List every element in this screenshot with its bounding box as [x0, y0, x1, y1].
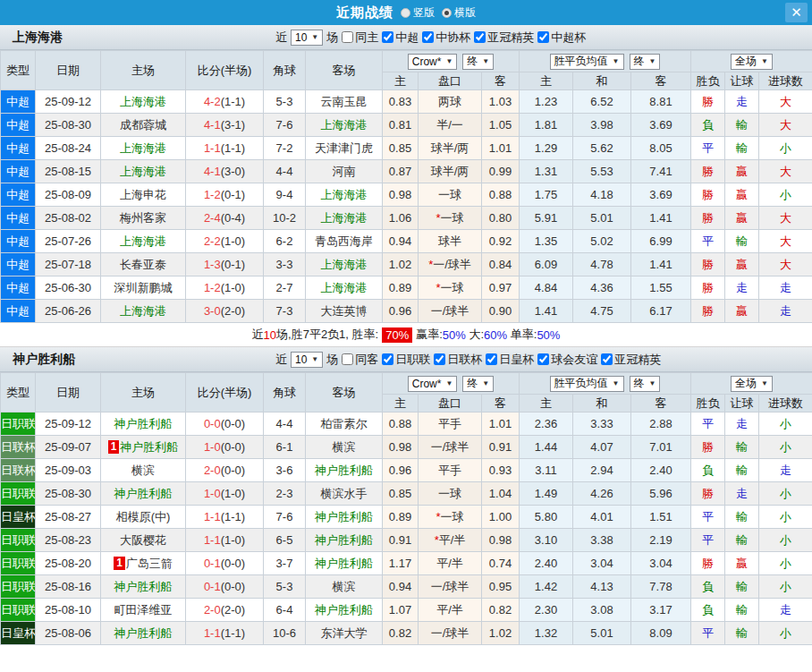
- home-team[interactable]: 深圳新鹏城: [101, 276, 186, 300]
- score: 2-4(0-4): [186, 207, 264, 230]
- match-row: 日职联25-08-30神户胜利船1-0(1-0)2-3横滨水手0.85一球1.0…: [1, 482, 812, 506]
- away-team[interactable]: 神户胜利船: [306, 459, 383, 482]
- away-team[interactable]: 神户胜利船: [306, 552, 383, 575]
- home-team[interactable]: 成都蓉城: [101, 114, 186, 137]
- home-team[interactable]: 梅州客家: [101, 207, 186, 230]
- odds-final-select[interactable]: 终▼: [462, 376, 494, 392]
- home-team[interactable]: 上海海港: [101, 137, 186, 160]
- home-team[interactable]: 大阪樱花: [101, 529, 186, 552]
- away-team[interactable]: 横滨: [306, 436, 383, 459]
- away-team[interactable]: 大连英博: [306, 300, 383, 323]
- checkbox-icon[interactable]: [382, 31, 393, 43]
- radio-icon-selected[interactable]: [442, 8, 452, 18]
- radio-icon[interactable]: [401, 8, 410, 18]
- summary-text: 50%: [443, 328, 466, 342]
- home-team[interactable]: 神户胜利船: [101, 622, 186, 645]
- match-date: 25-08-24: [36, 137, 101, 160]
- home-team[interactable]: 神户胜利船: [101, 413, 186, 436]
- home-team[interactable]: 上海海港: [101, 160, 186, 183]
- checkbox-icon[interactable]: [342, 31, 353, 43]
- filter-checkbox-中协杯[interactable]: 中协杯: [422, 30, 470, 46]
- checkbox-icon[interactable]: [434, 353, 445, 365]
- checkbox-icon[interactable]: [422, 31, 434, 43]
- home-team[interactable]: 上海申花: [101, 183, 186, 207]
- competition-type: 日职联: [1, 599, 36, 622]
- away-team[interactable]: 神户胜利船: [306, 506, 383, 529]
- scope-select[interactable]: 全场▼: [731, 54, 773, 70]
- home-team[interactable]: 横滨: [101, 459, 186, 482]
- summary-text: 赢率:: [416, 327, 443, 343]
- avg-final-select[interactable]: 终▼: [630, 376, 661, 392]
- home-team[interactable]: 上海海港: [101, 230, 186, 253]
- goals-result: 大: [759, 230, 812, 253]
- checkbox-icon[interactable]: [537, 31, 549, 43]
- home-team[interactable]: 长春亚泰: [101, 253, 186, 276]
- home-team[interactable]: 相模原(中): [101, 506, 186, 529]
- away-team[interactable]: 横滨: [306, 575, 383, 599]
- filter-checkbox-label: 同主: [355, 30, 378, 46]
- goals-result: 小: [759, 137, 812, 160]
- home-team-name: 上海申花: [120, 188, 166, 201]
- away-team[interactable]: 上海海港: [306, 276, 383, 300]
- view-option-vertical[interactable]: 竖版: [401, 5, 435, 21]
- odds-final-select[interactable]: 终▼: [462, 54, 494, 70]
- col-corners: 角球: [264, 373, 306, 413]
- match-date: 25-08-20: [36, 552, 101, 575]
- match-count-select[interactable]: 10▼: [291, 30, 323, 46]
- match-row: 日职联25-08-16神户胜利船0-1(0-0)5-3横滨0.94一/球半0.9…: [1, 575, 812, 599]
- checkbox-icon[interactable]: [486, 353, 497, 365]
- away-team[interactable]: 上海海港: [306, 207, 383, 230]
- home-team[interactable]: 町田泽维亚: [101, 599, 186, 622]
- filter-checkbox-同客[interactable]: 同客: [342, 352, 378, 368]
- avg-select[interactable]: 胜平负均值▼: [550, 54, 624, 70]
- away-team[interactable]: 神户胜利船: [306, 599, 383, 622]
- match-row: 日职联25-09-12神户胜利船0-0(0-0)4-4柏雷素尔0.88平手1.0…: [1, 413, 812, 436]
- corners: 4-4: [264, 160, 306, 183]
- home-team[interactable]: 上海海港: [101, 300, 186, 323]
- away-team[interactable]: 东洋大学: [306, 622, 383, 645]
- sub-avg-draw: 和: [573, 72, 631, 90]
- home-team[interactable]: 1神户胜利船: [101, 436, 186, 459]
- goals-result: 小: [759, 506, 812, 529]
- match-count-select[interactable]: 10▼: [291, 352, 323, 368]
- result: 勝: [691, 207, 725, 230]
- home-team[interactable]: 1广岛三箭: [101, 552, 186, 575]
- filter-checkbox-中超[interactable]: 中超: [382, 30, 419, 46]
- filter-checkbox-中超杯[interactable]: 中超杯: [537, 30, 586, 46]
- filter-checkbox-日皇杯[interactable]: 日皇杯: [486, 352, 534, 368]
- avg-select[interactable]: 胜平负均值▼: [550, 376, 624, 392]
- filter-checkbox-亚冠精英[interactable]: 亚冠精英: [474, 30, 534, 46]
- handicap: 球半: [419, 230, 482, 253]
- close-icon[interactable]: ✕: [785, 3, 808, 22]
- sub-result: 胜负: [691, 72, 725, 90]
- away-team[interactable]: 上海海港: [306, 114, 383, 137]
- avg-final-select[interactable]: 终▼: [630, 54, 661, 70]
- filter-checkbox-同主[interactable]: 同主: [342, 30, 378, 46]
- checkbox-icon[interactable]: [474, 31, 486, 43]
- view-option-horizontal[interactable]: 横版: [442, 5, 476, 21]
- filter-checkbox-亚冠精英[interactable]: 亚冠精英: [601, 352, 661, 368]
- away-team[interactable]: 青岛西海岸: [306, 230, 383, 253]
- away-team[interactable]: 天津津门虎: [306, 137, 383, 160]
- checkbox-icon[interactable]: [382, 353, 393, 365]
- home-team[interactable]: 神户胜利船: [101, 575, 186, 599]
- odds-company-select[interactable]: Crow*▼: [408, 54, 458, 70]
- home-team[interactable]: 上海海港: [101, 90, 186, 114]
- away-team[interactable]: 河南: [306, 160, 383, 183]
- checkbox-icon[interactable]: [342, 353, 353, 365]
- away-team[interactable]: 上海海港: [306, 183, 383, 207]
- away-team[interactable]: 神户胜利船: [306, 529, 383, 552]
- checkbox-icon[interactable]: [537, 353, 549, 365]
- away-team[interactable]: 柏雷素尔: [306, 413, 383, 436]
- filter-checkbox-日联杯[interactable]: 日联杯: [434, 352, 482, 368]
- odds-company-select[interactable]: Crow*▼: [408, 376, 458, 392]
- home-team[interactable]: 神户胜利船: [101, 482, 186, 506]
- filter-checkbox-日职联[interactable]: 日职联: [382, 352, 430, 368]
- scope-select[interactable]: 全场▼: [731, 376, 773, 392]
- competition-type: 中超: [1, 207, 36, 230]
- away-team[interactable]: 横滨水手: [306, 482, 383, 506]
- away-team[interactable]: 云南玉昆: [306, 90, 383, 114]
- filter-checkbox-球会友谊[interactable]: 球会友谊: [537, 352, 597, 368]
- away-team[interactable]: 上海海港: [306, 253, 383, 276]
- checkbox-icon[interactable]: [601, 353, 613, 365]
